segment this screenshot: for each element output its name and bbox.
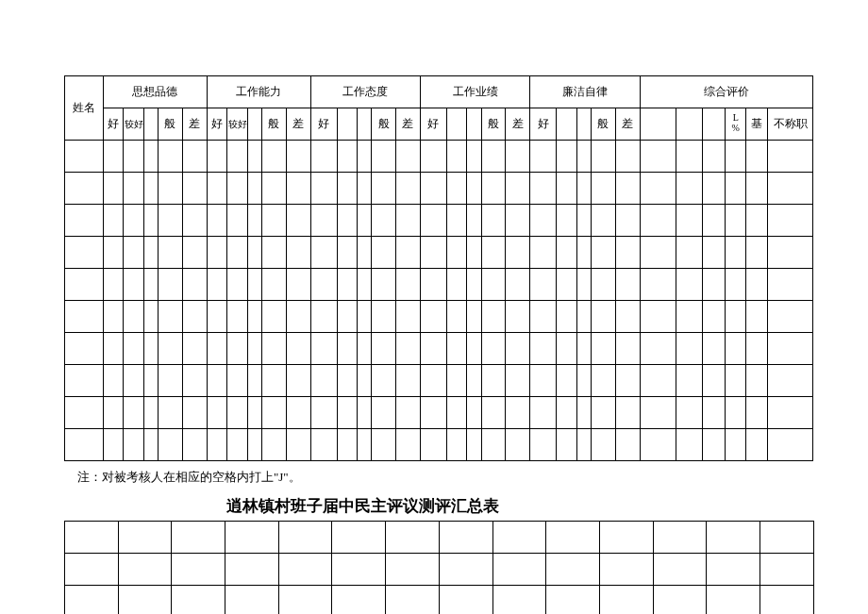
table-row [65,301,813,333]
table-row [65,554,814,586]
table-row [65,237,813,269]
table-row [65,397,813,429]
group-1: 思想品德 [103,76,207,108]
group-5: 廉洁自律 [530,76,640,108]
evaluation-table-2 [64,521,814,614]
table-row [65,333,813,365]
col-name: 姓名 [65,76,104,141]
table-row [65,173,813,205]
evaluation-table-1: 姓名 思想品德 工作能力 工作态度 工作业绩 廉洁自律 综合评价 好 较好 般 … [64,75,813,461]
table-row [65,365,813,397]
sub-ji: 基 [745,108,768,141]
sub-buchengzhi: 不称职 [768,108,813,141]
sub-hao: 好 [103,108,124,141]
group-3: 工作态度 [310,76,420,108]
sub-jiaohao: 较好 [124,108,144,141]
table-row [65,269,813,301]
table-row [65,141,813,173]
table-row [65,429,813,461]
table-row [65,205,813,237]
sub-ban: 般 [159,108,183,141]
sub-L3: L% [726,108,746,141]
page-title-2: 逍林镇村班子届中民主评议测评汇总表 [226,495,868,517]
table-row [65,522,814,554]
sub-cha: 差 [182,108,207,141]
header-row-1: 姓名 思想品德 工作能力 工作态度 工作业绩 廉洁自律 综合评价 [65,76,813,108]
header-row-2: 好 较好 般 差 好 较好 般 差 好 般 差 好 般 差 好 [65,108,813,141]
table-row [65,586,814,615]
group-6: 综合评价 [640,76,812,108]
group-2: 工作能力 [207,76,310,108]
group-4: 工作业绩 [420,76,529,108]
footnote: 注：对被考核人在相应的空格内打上"J"。 [77,469,868,486]
